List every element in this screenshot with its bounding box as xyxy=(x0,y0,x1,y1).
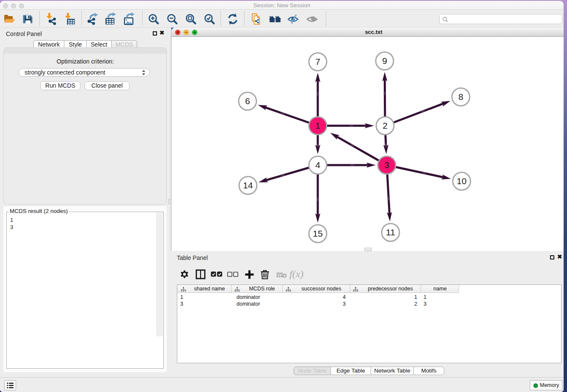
svg-text:3: 3 xyxy=(384,160,389,170)
svg-text:2: 2 xyxy=(383,121,388,130)
svg-text:9: 9 xyxy=(382,56,387,66)
svg-text:8: 8 xyxy=(458,92,463,102)
svg-text:7: 7 xyxy=(315,57,320,66)
svg-text:10: 10 xyxy=(457,176,466,186)
svg-text:1: 1 xyxy=(315,121,320,130)
svg-text:11: 11 xyxy=(386,227,395,237)
svg-text:4: 4 xyxy=(315,160,320,170)
svg-text:6: 6 xyxy=(245,96,250,106)
svg-text:14: 14 xyxy=(243,180,253,190)
svg-text:15: 15 xyxy=(313,229,322,238)
